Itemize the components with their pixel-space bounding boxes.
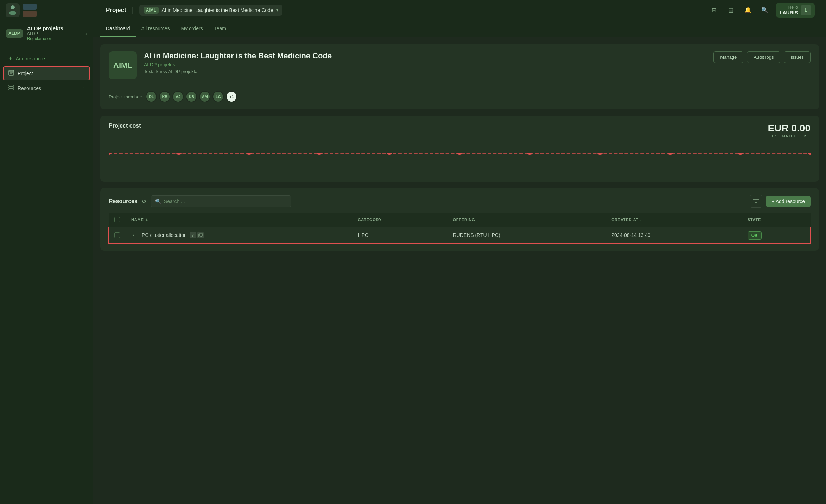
resource-name[interactable]: HPC cluster allocation (138, 232, 187, 238)
help-icon[interactable]: ? (190, 232, 196, 238)
svg-point-11 (247, 153, 252, 155)
th-state-label: STATE (748, 218, 761, 222)
manage-button[interactable]: Manage (713, 51, 743, 63)
resources-icon (8, 85, 14, 92)
created-sort-icon[interactable]: ↓ (640, 218, 642, 222)
org-sub: ALDP (27, 31, 82, 36)
tab-all-resources[interactable]: All resources (136, 21, 176, 37)
sidebar-resources-chevron-icon: › (83, 86, 84, 91)
svg-point-13 (387, 153, 392, 155)
search-icon[interactable]: 🔍 (759, 5, 770, 16)
row-checkbox-cell (109, 227, 126, 244)
cost-card: Project cost EUR 0.00 ESTIMATED COST (100, 116, 819, 182)
cost-estimated-label: ESTIMATED COST (768, 134, 811, 138)
member-avatar-aj: AJ (172, 91, 184, 102)
project-info: AI in Medicine: Laughter is the Best Med… (144, 51, 706, 74)
th-checkbox (109, 213, 126, 227)
project-org-link[interactable]: ALDP projekts (144, 62, 706, 67)
chat-icon[interactable]: ▤ (725, 5, 737, 16)
svg-point-0 (11, 5, 15, 9)
search-bar-icon: 🔍 (155, 199, 161, 204)
resources-card: Resources ↺ 🔍 (100, 188, 819, 251)
row-created-at: 2024-08-14 13:40 (611, 232, 650, 238)
user-greeting: Hello (780, 5, 798, 10)
row-checkbox[interactable] (114, 232, 120, 238)
project-badge: AIML (144, 7, 159, 14)
search-input[interactable] (164, 199, 287, 204)
project-logo: AIML (109, 51, 137, 79)
svg-rect-6 (9, 85, 14, 86)
org-name: ALDP projekts (27, 25, 82, 31)
org-selector[interactable]: ALDP ALDP projekts ALDP Regular user › (0, 20, 93, 46)
th-created-at: CREATED AT ↓ (606, 213, 742, 227)
user-name: LAURIS (780, 10, 798, 15)
row-category: HPC (358, 232, 369, 238)
filter-button[interactable] (750, 195, 762, 208)
expand-button[interactable]: › (131, 232, 135, 238)
row-offering: RUDENS (RTU HPC) (453, 232, 500, 238)
refresh-icon[interactable]: ↺ (142, 198, 146, 205)
search-bar: 🔍 (151, 195, 291, 207)
row-created-at-cell: 2024-08-14 13:40 (606, 227, 742, 244)
sidebar-nav: + Add resource Project (0, 46, 93, 504)
svg-point-16 (597, 153, 603, 155)
table-header-row: NAME ⇕ CATEGORY OFFERING (109, 213, 811, 227)
members-label: Project member: (109, 94, 142, 99)
row-name-cell: › HPC cluster allocation ? (126, 227, 352, 244)
sidebar-item-resources[interactable]: Resources › (3, 81, 90, 95)
sidebar-item-project[interactable]: Project (3, 66, 90, 80)
add-resource-button[interactable]: + Add resource (766, 196, 811, 207)
member-avatar-overflow[interactable]: +1 (226, 91, 237, 102)
status-badge: OK (748, 231, 762, 240)
project-card: AIML AI in Medicine: Laughter is the Bes… (100, 44, 819, 109)
main-layout: ALDP ALDP projekts ALDP Regular user › +… (0, 20, 826, 504)
member-avatar-am: AM (199, 91, 210, 102)
grid-icon[interactable]: ⊞ (709, 5, 720, 16)
row-state-cell: OK (742, 227, 811, 244)
sidebar-item-add-resource[interactable]: + Add resource (3, 51, 90, 66)
tab-dashboard[interactable]: Dashboard (100, 21, 136, 37)
th-name: NAME ⇕ (126, 213, 352, 227)
notification-icon[interactable]: 🔔 (742, 5, 754, 16)
project-actions: Manage Audit logs Issues (713, 51, 811, 63)
svg-point-14 (457, 153, 462, 155)
select-all-checkbox[interactable] (114, 217, 120, 222)
top-nav: Project | AIML AI in Medicine: Laughter … (0, 0, 826, 20)
project-desc: Testa kurss ALDP projektā (144, 69, 706, 74)
name-sort-icon[interactable]: ⇕ (145, 218, 148, 222)
table-body: › HPC cluster allocation ? (109, 227, 811, 244)
cost-eur: EUR 0.00 (768, 123, 811, 134)
resource-action-icons: ? (190, 232, 204, 238)
plus-icon: + (8, 55, 12, 62)
org-role: Regular user (27, 36, 82, 41)
cost-amount: EUR 0.00 ESTIMATED COST (768, 123, 811, 138)
project-header: AIML AI in Medicine: Laughter is the Bes… (109, 51, 811, 79)
svg-point-15 (527, 153, 533, 155)
user-badge[interactable]: Hello LAURIS L (776, 3, 815, 18)
resource-name-wrapper: › HPC cluster allocation ? (131, 232, 347, 238)
svg-point-12 (317, 153, 322, 155)
content-area: Dashboard All resources My orders Team A… (93, 20, 826, 504)
cost-card-title: Project cost (109, 123, 811, 129)
member-avatar-kb2: KB (186, 91, 197, 102)
sidebar-item-label-resources: Resources (18, 85, 80, 91)
table-row: › HPC cluster allocation ? (109, 227, 811, 244)
chart-svg (109, 140, 811, 168)
th-created-at-label: CREATED AT (611, 218, 638, 222)
nav-divider: | (132, 6, 134, 14)
audit-logs-button[interactable]: Audit logs (747, 51, 780, 63)
filter-icon (753, 199, 759, 203)
svg-point-1 (9, 11, 16, 15)
tab-team[interactable]: Team (209, 21, 232, 37)
project-selector[interactable]: AIML AI in Medicine: Laughter is the Bes… (139, 5, 282, 16)
sidebar-item-label-add-resource: Add resource (16, 56, 84, 62)
members-list: DL KB AJ KB AM LC +1 (146, 91, 237, 102)
member-avatar-dl: DL (146, 91, 157, 102)
sidebar-chevron-icon: › (85, 31, 87, 36)
issues-button[interactable]: Issues (784, 51, 811, 63)
copy-icon[interactable] (197, 232, 204, 238)
resources-header: Resources ↺ 🔍 (109, 195, 811, 208)
tab-my-orders[interactable]: My orders (175, 21, 208, 37)
resources-actions: + Add resource (750, 195, 811, 208)
top-nav-actions: ⊞ ▤ 🔔 🔍 Hello LAURIS L (703, 3, 820, 18)
